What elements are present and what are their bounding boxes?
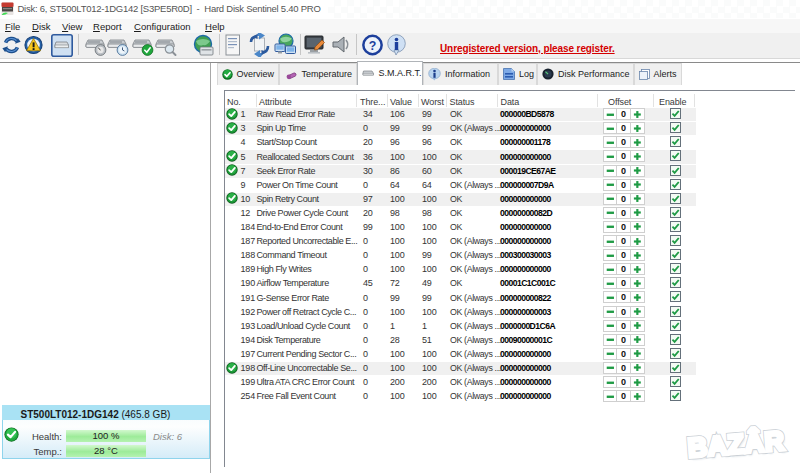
svg-text:?: ? <box>369 38 377 52</box>
